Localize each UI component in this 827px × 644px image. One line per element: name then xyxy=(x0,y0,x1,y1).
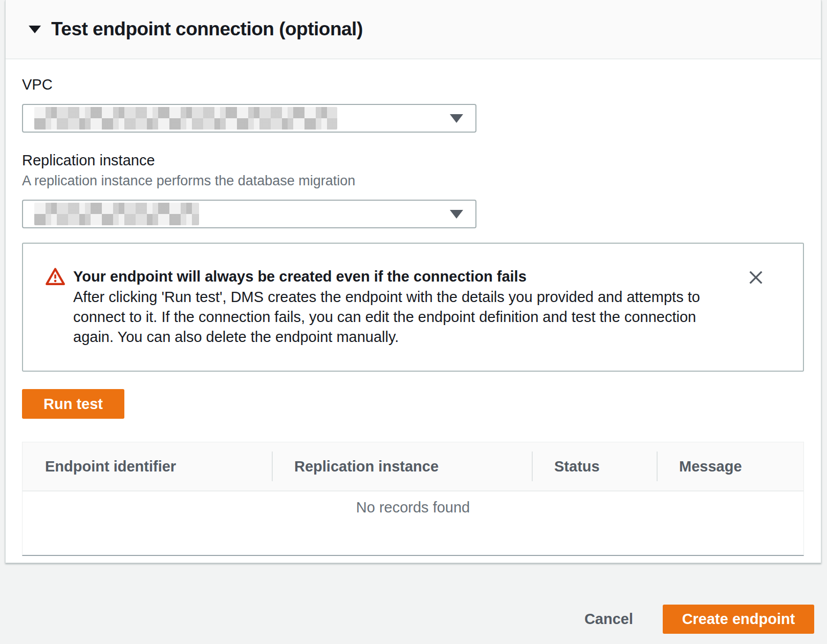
column-header-endpoint-identifier: Endpoint identifier xyxy=(23,442,272,490)
warning-text: Your endpoint will always be created eve… xyxy=(73,266,738,371)
replication-instance-description: A replication instance performs the data… xyxy=(22,173,803,189)
replication-instance-select-value-redacted xyxy=(34,203,199,225)
column-header-message: Message xyxy=(657,442,803,490)
warning-title: Your endpoint will always be created eve… xyxy=(73,266,738,287)
section-title: Test endpoint connection (optional) xyxy=(51,18,363,40)
warning-body: After clicking 'Run test', DMS creates t… xyxy=(73,287,738,347)
column-header-replication-instance: Replication instance xyxy=(272,442,532,490)
column-header-status: Status xyxy=(532,442,657,490)
vpc-dropdown-arrow-icon xyxy=(450,114,463,123)
replication-instance-dropdown-arrow-icon xyxy=(450,210,463,219)
vpc-select[interactable] xyxy=(22,104,476,133)
collapse-caret-icon[interactable] xyxy=(29,26,41,33)
warning-alert: Your endpoint will always be created eve… xyxy=(22,243,804,372)
close-icon[interactable] xyxy=(745,266,767,289)
warning-triangle-icon xyxy=(46,267,65,371)
vpc-label: VPC xyxy=(22,59,803,93)
table-header-row: Endpoint identifier Replication instance… xyxy=(23,442,803,491)
no-records-message: No records found xyxy=(356,499,470,516)
section-header[interactable]: Test endpoint connection (optional) xyxy=(6,0,821,59)
replication-instance-label: Replication instance xyxy=(22,133,803,169)
replication-instance-select[interactable] xyxy=(22,200,476,228)
test-endpoint-connection-panel: Test endpoint connection (optional) VPC … xyxy=(5,0,821,563)
connection-results-table: Endpoint identifier Replication instance… xyxy=(22,442,804,556)
section-content: VPC Replication instance A replication i… xyxy=(6,59,821,556)
table-empty-state: No records found xyxy=(23,491,803,555)
run-test-button[interactable]: Run test xyxy=(22,389,124,419)
cancel-button[interactable]: Cancel xyxy=(584,605,633,634)
vpc-select-value-redacted xyxy=(34,107,337,130)
create-endpoint-button[interactable]: Create endpoint xyxy=(663,605,814,634)
